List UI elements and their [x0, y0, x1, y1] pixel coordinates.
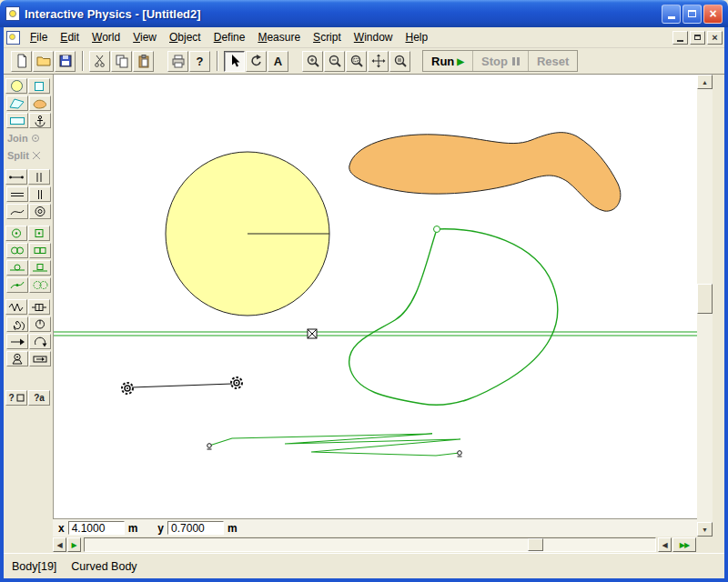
- print-button[interactable]: [167, 51, 188, 72]
- linkage-right-endpoint[interactable]: [458, 451, 462, 457]
- curved-body-outline[interactable]: [349, 229, 558, 406]
- tape-slider-thumb[interactable]: [528, 538, 543, 551]
- rope-icon: [31, 172, 47, 183]
- y-coordinate-field[interactable]: 0.7000: [167, 521, 224, 535]
- slot-joint-tool[interactable]: [6, 260, 28, 276]
- zoom-box-button[interactable]: [346, 51, 367, 72]
- curved-blob-body[interactable]: [349, 133, 621, 212]
- reset-button[interactable]: Reset: [528, 51, 577, 71]
- meter-tool[interactable]: ?: [5, 390, 27, 406]
- arrow-tool-button[interactable]: [224, 51, 245, 72]
- pulley-tool[interactable]: [29, 204, 51, 219]
- child-minimize-button[interactable]: [672, 31, 688, 45]
- gear-joint-tool[interactable]: [29, 277, 51, 293]
- text-tool-button[interactable]: A: [268, 51, 288, 72]
- menu-script[interactable]: Script: [307, 28, 348, 46]
- square-body-tool[interactable]: [28, 78, 50, 94]
- menu-view[interactable]: View: [126, 28, 163, 46]
- torque-icon: [32, 336, 48, 347]
- motor-tool[interactable]: [6, 351, 28, 366]
- rotational-damper-icon: [32, 318, 48, 330]
- tape-slider-track[interactable]: [84, 537, 656, 552]
- scroll-down-button[interactable]: ▼: [697, 522, 713, 537]
- simulation-canvas[interactable]: [53, 75, 697, 518]
- arrow-cursor-icon: [228, 54, 242, 68]
- zoom-out-button[interactable]: [324, 51, 345, 72]
- pan-tool-button[interactable]: [368, 51, 389, 72]
- pin-joint-tool[interactable]: [6, 243, 28, 258]
- menu-object[interactable]: Object: [163, 28, 207, 46]
- tape-step-back-button[interactable]: ◀: [53, 537, 66, 552]
- circle-body-tool[interactable]: [5, 78, 27, 94]
- rotational-spring-tool[interactable]: [6, 316, 28, 332]
- curved-slot-tool[interactable]: [6, 204, 28, 219]
- polygon-linkage[interactable]: [207, 434, 462, 457]
- maximize-button[interactable]: [682, 5, 702, 24]
- document-icon[interactable]: [6, 31, 20, 45]
- open-file-button[interactable]: [33, 51, 54, 72]
- actuator-tool[interactable]: [29, 351, 51, 366]
- vertical-scrollbar[interactable]: ▲ ▼: [697, 75, 713, 537]
- gear-linkage[interactable]: [122, 377, 242, 394]
- vertical-scroll-thumb[interactable]: [697, 284, 713, 314]
- run-button[interactable]: Run ▶: [423, 51, 472, 71]
- left-gear[interactable]: [122, 383, 133, 394]
- tape-fast-forward-button[interactable]: ▶▶: [672, 537, 696, 552]
- rotational-damper-tool[interactable]: [29, 316, 51, 332]
- stop-button[interactable]: Stop: [472, 51, 528, 71]
- x-coordinate-field[interactable]: 4.1000: [68, 521, 125, 535]
- scroll-up-button[interactable]: ▲: [697, 75, 713, 89]
- curved-slot-joint-tool[interactable]: [6, 277, 28, 293]
- maximize-icon: [688, 10, 696, 17]
- help-button[interactable]: ?: [189, 51, 210, 72]
- menu-measure[interactable]: Measure: [251, 28, 307, 46]
- square-point-joint-tool[interactable]: [28, 226, 50, 241]
- join-button[interactable]: Join: [5, 131, 51, 145]
- menu-world[interactable]: World: [86, 28, 126, 46]
- force-tool[interactable]: [6, 334, 28, 349]
- horizontal-slot-tool[interactable]: [6, 186, 28, 202]
- torque-tool[interactable]: [29, 334, 51, 349]
- save-button[interactable]: [55, 51, 76, 72]
- vertical-slot-tool[interactable]: [29, 186, 51, 202]
- point-joint-tool[interactable]: [5, 226, 27, 241]
- text-meter-tool[interactable]: ?a: [28, 390, 50, 406]
- minimize-button[interactable]: [662, 5, 681, 24]
- menu-edit[interactable]: Edit: [54, 28, 86, 46]
- down-arrow-icon: ▼: [702, 527, 708, 533]
- child-restore-button[interactable]: [690, 31, 705, 45]
- run-label: Run: [431, 55, 454, 68]
- rotate-tool-button[interactable]: [246, 51, 267, 72]
- rope-tool[interactable]: [28, 169, 50, 185]
- rod-tool[interactable]: [5, 169, 27, 185]
- tape-play-button[interactable]: ▶: [67, 537, 81, 552]
- zoom-page-button[interactable]: [389, 51, 410, 72]
- vertical-scroll-track[interactable]: [697, 89, 713, 522]
- child-close-button[interactable]: ×: [707, 31, 723, 45]
- right-gear[interactable]: [231, 377, 242, 388]
- rectangle-body-icon: [10, 117, 25, 125]
- copy-button[interactable]: [111, 51, 132, 72]
- new-file-button[interactable]: [11, 51, 32, 72]
- paste-button[interactable]: [133, 51, 154, 72]
- rigid-joint-tool[interactable]: [29, 243, 51, 258]
- menu-help[interactable]: Help: [399, 28, 434, 46]
- curved-body-tool[interactable]: [29, 95, 51, 111]
- slot-joint-element[interactable]: [308, 329, 317, 338]
- menu-file[interactable]: File: [24, 28, 54, 46]
- damper-tool[interactable]: [28, 299, 50, 315]
- keyed-slot-joint-tool[interactable]: [29, 260, 51, 276]
- menu-window[interactable]: Window: [348, 28, 399, 46]
- menu-define[interactable]: Define: [207, 28, 252, 46]
- zoom-in-button[interactable]: [302, 51, 323, 72]
- close-button[interactable]: ×: [703, 5, 723, 24]
- split-button[interactable]: Split: [5, 148, 51, 162]
- polygon-body-tool[interactable]: [6, 95, 28, 111]
- linkage-left-endpoint[interactable]: [207, 444, 212, 449]
- anchor-tool[interactable]: [29, 113, 51, 128]
- tape-rewind-button[interactable]: ◀: [658, 537, 672, 552]
- curve-start-point[interactable]: [434, 226, 440, 233]
- spring-tool[interactable]: [5, 299, 27, 315]
- cut-button[interactable]: [89, 51, 110, 72]
- rectangle-body-tool[interactable]: [6, 113, 28, 128]
